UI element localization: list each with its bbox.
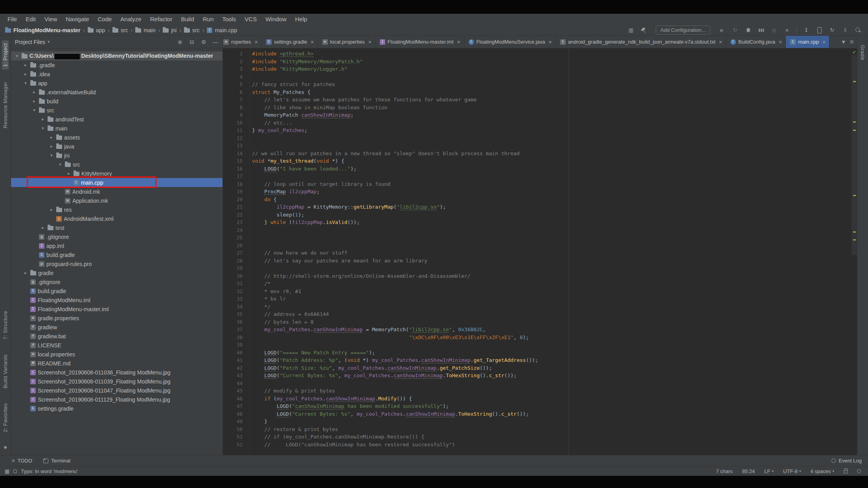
code-line[interactable]: 23 } while (!il2cppMap.isValid()); [223, 218, 857, 226]
tree-item-jni[interactable]: ▾jni [11, 151, 223, 160]
code-line[interactable]: 9 MemoryPatch canShowInMinimap; [223, 111, 857, 119]
code-line[interactable]: 49 } [223, 418, 857, 426]
menu-item-vcs[interactable]: VCS [240, 14, 261, 25]
tool-window-button-todo[interactable]: ≡TODO [12, 458, 32, 464]
hide-panel-icon[interactable]: — [212, 39, 219, 45]
chevron-right-icon[interactable]: ▸ [40, 225, 46, 230]
tool-button-resource-manager[interactable]: Resource Manager [2, 79, 9, 131]
code-line[interactable]: 30 // http://shell-storm.org/online/Onli… [223, 272, 857, 280]
tool-button-7-structure[interactable]: 7: Structure [2, 308, 9, 342]
tree-item-settings-gradle[interactable]: Gsettings.gradle [11, 404, 223, 413]
chevron-right-icon[interactable]: ▸ [49, 135, 54, 140]
line-number[interactable]: 14 [223, 150, 248, 158]
tree-item-gradle[interactable]: ▸.gradle [11, 61, 223, 70]
code-line[interactable]: 42 LOGD("Patch Size: %zu", my_cool_Patch… [223, 364, 857, 372]
code-line[interactable]: 13 [223, 142, 857, 150]
code-line[interactable]: 7 // let's assume we have patches for th… [223, 96, 857, 104]
layout-editor-icon[interactable]: ▥ [627, 27, 634, 34]
code-line[interactable]: 3#include "KittyMemory/Logger.h" [223, 65, 857, 73]
tab-settings-gradle[interactable]: Gsettings.gradle× [262, 36, 318, 48]
chevron-down-icon[interactable]: ▾ [31, 108, 37, 113]
line-number[interactable]: 3 [223, 65, 248, 73]
line-number[interactable]: 24 [223, 226, 248, 234]
profile-button[interactable] [758, 27, 765, 34]
line-number[interactable]: 13 [223, 142, 248, 150]
tree-item-app[interactable]: ▾app [11, 79, 223, 88]
code-line[interactable]: 19 ProcMap il2cppMap; [223, 188, 857, 196]
encoding-selector[interactable]: UTF-8▾ [783, 468, 801, 474]
tree-item-externalnativebuild[interactable]: ▸.externalNativeBuild [11, 88, 223, 97]
line-number[interactable]: 8 [223, 104, 248, 112]
code-line[interactable]: 16 LOGD("I have been loaded..."); [223, 165, 857, 173]
code-line[interactable]: 21 il2cppMap = KittyMemory::getLibraryMa… [223, 203, 857, 211]
tree-item-androidtest[interactable]: ▸androidTest [11, 115, 223, 124]
selection-chars-count[interactable]: 7 chars [716, 468, 733, 474]
line-number[interactable]: 2 [223, 58, 248, 66]
code-line[interactable]: 25 [223, 234, 857, 242]
code-line[interactable]: 48 LOGD("Current Bytes: %s", my_cool_Pat… [223, 410, 857, 418]
tab-floatingmodmenuservice-java[interactable]: CFloatingModMenuService.java× [464, 36, 556, 48]
tree-item-local-properties[interactable]: ≡local.properties [11, 350, 223, 359]
chevron-down-icon[interactable]: ▾ [14, 53, 20, 59]
chevron-right-icon[interactable]: ▸ [49, 144, 54, 149]
tab-android-gradle-generate-ndk-build-json-armeabi-v7a-stdout-txt[interactable]: tandroid_gradle_generate_ndk_build_json_… [556, 36, 726, 48]
tree-item-java[interactable]: ▸java [11, 142, 223, 151]
chevron-right-icon[interactable]: ▸ [66, 171, 72, 176]
tree-item-floatingmodmenu-iml[interactable]: IFloatingModMenu.iml [11, 295, 223, 305]
code-line[interactable]: 2#include "KittyMemory/MemoryPatch.h" [223, 58, 857, 66]
line-number[interactable]: 9 [223, 111, 248, 119]
code-line[interactable]: 29 [223, 264, 857, 272]
code-line[interactable]: 35 // address = 0x6A6144 [223, 310, 857, 318]
code-line[interactable]: 45 // modify & print bytes [223, 387, 857, 395]
tab-list-chevron-icon[interactable]: ▾ [842, 38, 845, 46]
code-line[interactable]: 44 [223, 380, 857, 387]
line-number[interactable]: 33 [223, 295, 248, 303]
line-number[interactable]: 41 [223, 356, 248, 364]
line-number[interactable]: 7 [223, 96, 248, 104]
close-icon[interactable]: × [255, 39, 258, 45]
breadcrumb-app[interactable]: app [86, 27, 106, 34]
line-number[interactable]: 12 [223, 134, 248, 142]
chevron-right-icon[interactable]: ▸ [49, 207, 54, 212]
chevron-right-icon[interactable]: ▸ [23, 62, 28, 68]
line-number[interactable]: 15 [223, 157, 248, 165]
code-line[interactable]: 47 LOGD("canShowInMinimap has been modif… [223, 402, 857, 410]
line-number[interactable]: 43 [223, 372, 248, 380]
editor-menu-icon[interactable]: ≡ [850, 39, 853, 46]
line-number[interactable]: 40 [223, 349, 248, 357]
breadcrumb-src[interactable]: src [111, 27, 129, 34]
code-line[interactable]: 14// we will run our patches in a new th… [223, 150, 857, 158]
project-tree[interactable]: ▾C:\Users\Desktop\SBennyTutorial\Floatin… [11, 48, 223, 455]
code-line[interactable]: 34 */ [223, 303, 857, 311]
code-line[interactable]: 50 // restore & print bytes [223, 426, 857, 433]
line-number[interactable]: 47 [223, 402, 248, 410]
line-number[interactable]: 21 [223, 203, 248, 211]
line-number[interactable]: 29 [223, 264, 248, 272]
code-line[interactable]: 32 * mov r0, #1 [223, 288, 857, 295]
code-line[interactable]: 43 LOGD("Current Bytes: %s", my_cool_Pat… [223, 372, 857, 380]
line-number[interactable]: 10 [223, 119, 248, 127]
line-number[interactable]: 38 [223, 334, 248, 341]
line-number[interactable]: 48 [223, 410, 248, 418]
line-number[interactable]: 27 [223, 249, 248, 257]
line-number[interactable]: 39 [223, 341, 248, 349]
line-number[interactable]: 32 [223, 288, 248, 295]
code-line[interactable]: 31 /* [223, 280, 857, 288]
chevron-right-icon[interactable]: ▸ [31, 90, 37, 95]
tree-item-screenshot-20190608-011047-floating-modmenu-jpg[interactable]: iScreenshot_20190608-011047_Floating Mod… [11, 386, 223, 395]
menu-item-view[interactable]: View [40, 14, 61, 25]
editor-scrollbar[interactable] [851, 48, 857, 455]
indent-selector[interactable]: 4 spaces▾ [810, 468, 834, 474]
close-icon[interactable]: × [822, 39, 826, 45]
event-log-button[interactable]: Event Log [831, 458, 862, 464]
line-number[interactable]: 18 [223, 180, 248, 188]
attach-debugger-button[interactable]: ↧ [803, 27, 810, 34]
close-icon[interactable]: × [779, 39, 782, 45]
chevron-down-icon[interactable]: ▾ [23, 81, 28, 86]
tree-item-assets[interactable]: ▸assets [11, 133, 223, 142]
line-number[interactable]: 6 [223, 88, 248, 96]
code-line[interactable]: 51 // if (my_cool_Patches.canShowInMinim… [223, 433, 857, 441]
breadcrumb-src[interactable]: src [183, 27, 201, 34]
line-number[interactable]: 35 [223, 310, 248, 318]
line-number[interactable]: 50 [223, 426, 248, 433]
